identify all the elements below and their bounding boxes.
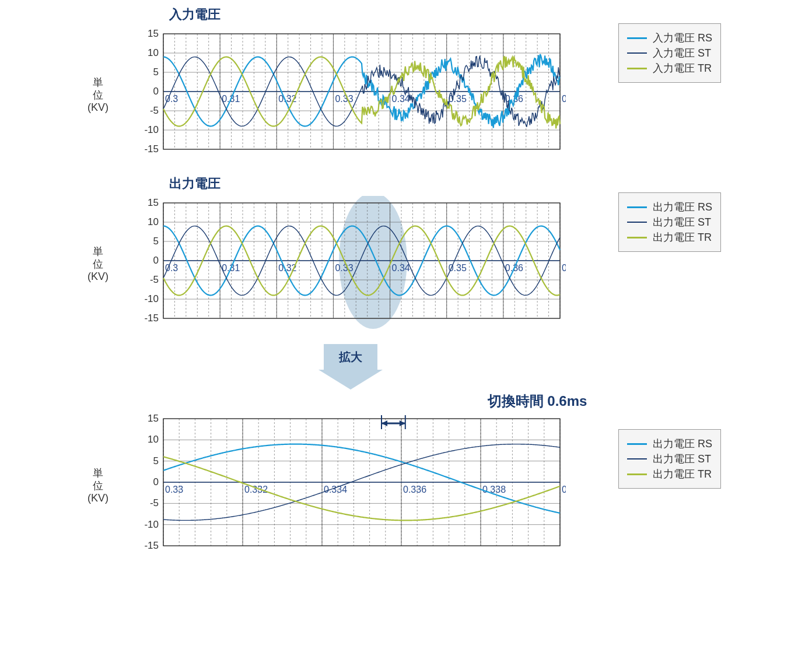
svg-text:0.35: 0.35 [449,94,467,104]
zoom-legend: 出力電圧 RS 出力電圧 ST 出力電圧 TR [618,429,721,489]
legend-item: 入力電圧 TR [627,61,712,75]
legend-swatch-st [627,458,647,459]
svg-text:-10: -10 [144,519,159,530]
svg-text:0.334: 0.334 [324,485,347,494]
input-voltage-chart: 入力電圧 単位(KV) -15-10-50510150.30.310.320.3… [123,6,566,163]
legend-item: 出力電圧 RS [627,200,712,214]
svg-text:0: 0 [153,86,159,97]
legend-swatch-tr [627,473,647,475]
legend-item: 出力電圧 TR [627,467,712,481]
legend-item: 出力電圧 ST [627,452,712,466]
svg-text:0.37: 0.37 [562,94,566,104]
svg-text:0.3: 0.3 [165,263,178,273]
svg-text:15: 15 [148,197,159,208]
svg-text:0.34: 0.34 [392,94,410,104]
svg-marker-195 [400,420,405,426]
legend-swatch-rs [627,206,647,208]
input-voltage-plot: -15-10-50510150.30.310.320.330.340.350.3… [123,27,566,161]
output-zoom-chart: 単位(KV) -15-10-50510150.330.3320.3340.336… [123,412,566,560]
svg-text:-15: -15 [144,540,159,551]
svg-point-68 [339,196,407,329]
input-voltage-row: 入力電圧 単位(KV) -15-10-50510150.30.310.320.3… [6,6,806,163]
svg-text:0.336: 0.336 [403,485,426,494]
svg-text:0.3: 0.3 [165,94,178,104]
switch-time-annotation: 切換時間 0.6ms [268,392,806,411]
legend-swatch-rs [627,37,647,39]
svg-text:-10: -10 [144,124,159,135]
output-zoom-plot: -15-10-50510150.330.3320.3340.3360.3380.… [123,412,566,557]
output-voltage-row: 出力電圧 単位(KV) -15-10-50510150.30.310.320.3… [6,175,806,332]
legend-swatch-tr [627,68,647,69]
svg-text:0.33: 0.33 [165,485,183,494]
legend-swatch-st [627,222,647,223]
output-voltage-plot: -15-10-50510150.30.310.320.330.340.350.3… [123,196,566,330]
output-voltage-chart: 出力電圧 単位(KV) -15-10-50510150.30.310.320.3… [123,175,566,332]
svg-text:-15: -15 [144,143,159,155]
svg-text:0.37: 0.37 [562,263,566,273]
svg-text:0: 0 [153,255,159,266]
legend-item: 出力電圧 RS [627,437,712,451]
y-axis-label: 単位(KV) [88,467,108,505]
svg-text:-10: -10 [144,293,159,304]
zoom-label: 拡大 [324,344,377,370]
svg-text:0.34: 0.34 [392,263,410,273]
input-legend: 入力電圧 RS 入力電圧 ST 入力電圧 TR [618,23,721,83]
svg-text:0.33: 0.33 [335,94,353,104]
legend-item: 入力電圧 RS [627,31,712,45]
svg-text:-15: -15 [144,313,159,324]
svg-text:0.33: 0.33 [335,263,353,273]
legend-swatch-rs [627,443,647,445]
svg-text:5: 5 [153,455,159,466]
legend-item: 出力電圧 ST [627,215,712,229]
svg-text:0.338: 0.338 [482,485,506,494]
svg-text:10: 10 [148,47,159,58]
svg-text:10: 10 [148,216,159,227]
legend-item: 出力電圧 TR [627,230,712,244]
svg-text:0.332: 0.332 [244,485,268,494]
arrow-down-icon [318,370,383,390]
svg-text:-5: -5 [150,105,159,116]
output-legend: 出力電圧 RS 出力電圧 ST 出力電圧 TR [618,192,721,252]
svg-text:10: 10 [148,434,159,445]
svg-marker-194 [382,420,387,426]
svg-text:5: 5 [153,236,159,247]
svg-text:15: 15 [148,28,159,39]
svg-text:5: 5 [153,66,159,78]
legend-swatch-st [627,52,647,54]
y-axis-label: 単位(KV) [88,245,108,283]
svg-text:-5: -5 [150,497,159,508]
legend-item: 入力電圧 ST [627,46,712,60]
svg-text:-5: -5 [150,274,159,285]
y-axis-label: 単位(KV) [88,76,108,114]
legend-swatch-tr [627,237,647,238]
svg-text:15: 15 [148,413,159,424]
chart-title: 入力電圧 [169,6,566,23]
output-zoom-row: 単位(KV) -15-10-50510150.330.3320.3340.336… [6,412,806,560]
zoom-arrow: 拡大 [324,344,377,390]
svg-text:0.34: 0.34 [562,485,566,494]
chart-title: 出力電圧 [169,175,566,192]
svg-text:0: 0 [153,476,159,487]
